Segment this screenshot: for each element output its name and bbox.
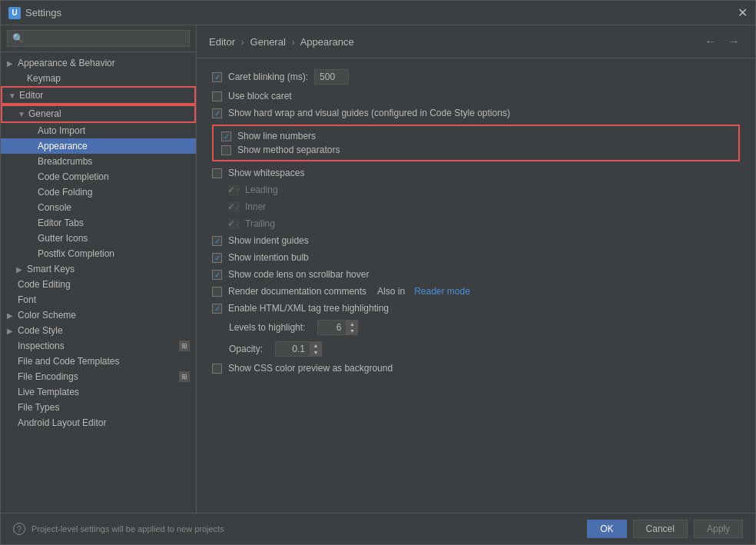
toggle-icon: ▼: [18, 110, 27, 118]
sidebar-item-file-encodings[interactable]: File Encodings ⊞: [1, 369, 196, 384]
sidebar-item-live-templates[interactable]: Live Templates: [1, 384, 196, 400]
sidebar-item-label: Code Editing: [18, 279, 71, 290]
header: Editor › General › Appearance ← →: [197, 25, 755, 58]
footer-buttons: OK Cancel Apply: [587, 520, 743, 538]
settings-window: U Settings ✕ ▶ Appearance & Behavior Key…: [0, 0, 756, 545]
toggle-icon: ▼: [8, 91, 18, 100]
enable-html-label: Enable HTML/XML tag tree highlighting: [228, 303, 389, 314]
title-bar-left: U Settings: [8, 7, 61, 19]
toggle-icon: ▶: [7, 59, 16, 68]
sidebar-item-code-style[interactable]: ▶ Code Style: [1, 323, 196, 338]
sidebar-item-label: File Encodings: [18, 371, 78, 382]
show-css-checkbox[interactable]: [212, 364, 222, 374]
caret-blinking-input[interactable]: [314, 69, 349, 85]
show-hard-wrap-checkbox[interactable]: [212, 108, 222, 118]
levels-increment-button[interactable]: ▲: [346, 321, 357, 327]
apply-button[interactable]: Apply: [694, 520, 743, 538]
opacity-increment-button[interactable]: ▲: [310, 342, 321, 349]
trailing-label: Trailing: [245, 218, 275, 229]
inner-label: Inner: [245, 201, 266, 212]
nav-forward-button[interactable]: →: [724, 33, 743, 50]
show-css-label: Show CSS color preview as background: [228, 363, 393, 374]
also-in-label: Also in: [377, 286, 405, 297]
caret-blinking-checkbox[interactable]: [212, 72, 222, 82]
sidebar-item-code-completion[interactable]: Code Completion: [1, 169, 196, 184]
show-method-separators-checkbox[interactable]: [221, 145, 231, 155]
highlighted-settings-box: Show line numbers Show method separators: [212, 125, 740, 161]
show-css-row: Show CSS color preview as background: [212, 363, 740, 374]
sidebar-item-breadcrumbs[interactable]: Breadcrumbs: [1, 154, 196, 169]
show-line-numbers-label: Show line numbers: [237, 131, 316, 141]
ok-button[interactable]: OK: [587, 520, 626, 538]
sidebar-item-label: Appearance & Behavior: [18, 58, 115, 68]
render-doc-checkbox[interactable]: [212, 287, 222, 297]
show-line-numbers-checkbox[interactable]: [221, 131, 231, 141]
show-code-lens-label: Show code lens on scrollbar hover: [228, 269, 369, 280]
sidebar-item-label: Editor: [19, 90, 43, 101]
main-panel: Editor › General › Appearance ← → Caret …: [197, 25, 755, 513]
show-code-lens-checkbox[interactable]: [212, 270, 222, 280]
sidebar-item-gutter-icons[interactable]: Gutter Icons: [1, 231, 196, 246]
help-icon[interactable]: ?: [13, 523, 25, 535]
nav-back-button[interactable]: ←: [701, 33, 720, 50]
sidebar-item-android-layout[interactable]: Android Layout Editor: [1, 415, 196, 430]
opacity-input[interactable]: [276, 342, 310, 356]
trailing-checkbox[interactable]: ✓: [229, 219, 239, 229]
sidebar-item-file-code-templates[interactable]: File and Code Templates: [1, 354, 196, 369]
sidebar-item-color-scheme[interactable]: ▶ Color Scheme: [1, 307, 196, 323]
close-button[interactable]: ✕: [738, 5, 748, 20]
caret-blinking-label: Caret blinking (ms):: [228, 71, 308, 82]
search-box: [1, 25, 196, 52]
sidebar-item-console[interactable]: Console: [1, 200, 196, 215]
use-block-caret-label: Use block caret: [228, 91, 292, 101]
show-indent-guides-checkbox[interactable]: [212, 236, 222, 246]
sidebar-item-font[interactable]: Font: [1, 292, 196, 307]
sidebar: ▶ Appearance & Behavior Keymap ▼ Editor …: [1, 25, 197, 513]
show-line-numbers-row: Show line numbers: [221, 131, 731, 141]
sidebar-item-code-folding[interactable]: Code Folding: [1, 184, 196, 200]
use-block-caret-checkbox[interactable]: [212, 91, 222, 101]
reader-mode-link[interactable]: Reader mode: [414, 286, 470, 297]
show-intention-bulb-checkbox[interactable]: [212, 253, 222, 263]
opacity-decrement-button[interactable]: ▼: [310, 349, 321, 356]
show-indent-guides-label: Show indent guides: [228, 235, 309, 246]
show-indent-guides-row: Show indent guides: [212, 235, 740, 246]
use-block-caret-row: Use block caret: [212, 91, 740, 101]
inspections-badge: ⊞: [179, 341, 190, 351]
sidebar-item-label: Appearance: [38, 141, 88, 151]
show-whitespaces-checkbox[interactable]: [212, 168, 222, 178]
sidebar-item-appearance-behavior[interactable]: ▶ Appearance & Behavior: [1, 55, 196, 71]
levels-highlight-label: Levels to highlight:: [229, 322, 305, 333]
levels-decrement-button[interactable]: ▼: [346, 327, 357, 334]
sidebar-item-label: Android Layout Editor: [18, 417, 106, 428]
sidebar-item-label: General: [28, 108, 61, 119]
sidebar-item-label: File and Code Templates: [18, 356, 120, 367]
sidebar-item-keymap[interactable]: Keymap: [1, 71, 196, 86]
search-input[interactable]: [7, 30, 190, 47]
sidebar-item-inspections[interactable]: Inspections ⊞: [1, 338, 196, 354]
sidebar-item-label: Code Style: [18, 325, 63, 336]
sidebar-item-appearance[interactable]: Appearance: [1, 138, 196, 154]
sidebar-item-postfix-completion[interactable]: Postfix Completion: [1, 246, 196, 261]
sidebar-item-general[interactable]: ▼ General: [1, 105, 196, 123]
leading-checkbox[interactable]: ✓: [229, 185, 239, 195]
footer: ? Project-level settings will be applied…: [1, 513, 755, 544]
sidebar-item-code-editing[interactable]: Code Editing: [1, 277, 196, 292]
opacity-spinner-buttons: ▲ ▼: [310, 342, 321, 356]
sidebar-item-editor[interactable]: ▼ Editor: [1, 86, 196, 105]
enable-html-row: Enable HTML/XML tag tree highlighting: [212, 303, 740, 314]
opacity-label: Opacity:: [229, 344, 263, 354]
settings-tree: ▶ Appearance & Behavior Keymap ▼ Editor …: [1, 52, 196, 513]
sidebar-item-auto-import[interactable]: Auto Import: [1, 123, 196, 138]
main-content-area: ▶ Appearance & Behavior Keymap ▼ Editor …: [1, 25, 755, 513]
sidebar-item-smart-keys[interactable]: ▶ Smart Keys: [1, 261, 196, 277]
sidebar-item-file-types[interactable]: File Types: [1, 400, 196, 415]
breadcrumb-appearance: Appearance: [300, 36, 354, 48]
sidebar-item-editor-tabs[interactable]: Editor Tabs: [1, 215, 196, 231]
levels-input[interactable]: [318, 321, 346, 334]
inner-checkbox[interactable]: ✓: [229, 202, 239, 212]
toggle-icon: ▶: [16, 265, 25, 274]
levels-spinner-buttons: ▲ ▼: [346, 321, 357, 334]
cancel-button[interactable]: Cancel: [633, 520, 688, 538]
enable-html-checkbox[interactable]: [212, 304, 222, 314]
